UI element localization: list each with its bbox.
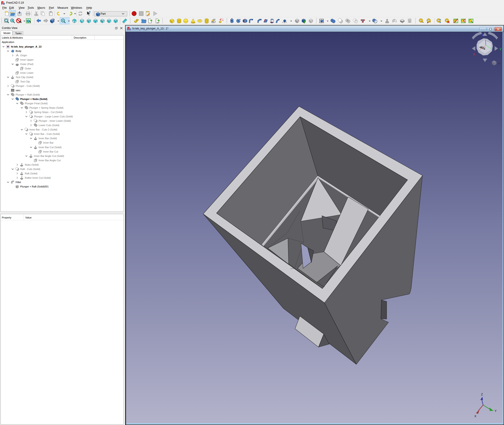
svg-text:Z: Z [481,393,483,396]
svg-text:X: X [473,53,475,56]
svg-text:X: X [474,414,477,418]
svg-text:Y: Y [500,47,502,51]
svg-text:?: ? [89,11,91,14]
svg-text:Z: Z [482,33,484,37]
svg-text:Y: Y [495,409,497,413]
